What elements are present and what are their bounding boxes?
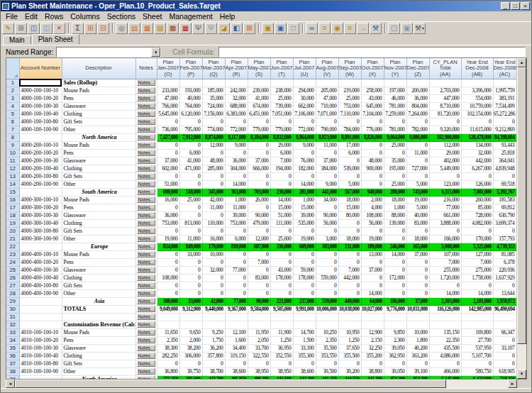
- grid-cell[interactable]: 0: [461, 118, 493, 126]
- description-cell[interactable]: Gift Sets: [62, 360, 135, 367]
- grid-cell[interactable]: 294,000: [293, 87, 316, 94]
- grid-cell[interactable]: 4,086,000: [429, 352, 461, 360]
- grid-cell[interactable]: 1,995,759: [493, 87, 516, 94]
- grid-cell[interactable]: 0: [316, 204, 338, 211]
- grid-cell[interactable]: 112,000: [429, 141, 461, 149]
- grid-cell[interactable]: 0: [338, 172, 361, 180]
- grid-cell[interactable]: 10,000: [202, 250, 225, 258]
- menu-columns[interactable]: Columns: [67, 12, 103, 21]
- row-number[interactable]: 32: [6, 321, 19, 328]
- grid-cell[interactable]: 37,000: [406, 250, 429, 258]
- grid-cell[interactable]: [493, 79, 516, 87]
- grid-cell[interactable]: 34,000: [316, 196, 338, 204]
- grid-cell[interactable]: 539,000: [338, 165, 361, 172]
- grid-cell[interactable]: 0: [493, 118, 516, 126]
- grid-cell[interactable]: 0: [179, 274, 202, 282]
- grid-cell[interactable]: 1,000: [384, 204, 406, 211]
- grid-cell[interactable]: 134,000: [461, 141, 493, 149]
- grid-cell[interactable]: 0: [361, 282, 384, 289]
- grid-cell[interactable]: 219,000: [338, 87, 361, 94]
- grid-cell[interactable]: 14,000: [361, 289, 384, 297]
- grid-cell[interactable]: 14,700: [293, 328, 316, 336]
- grid-cell[interactable]: 609,000: [293, 243, 316, 250]
- grid-cell[interactable]: 15,000: [293, 204, 316, 211]
- grid-cell[interactable]: 630,790: [493, 211, 516, 219]
- description-cell[interactable]: Pens: [62, 94, 135, 102]
- account-cell[interactable]: 4000-300-100-30: [19, 211, 62, 219]
- grid-cell[interactable]: 384,000: [316, 165, 338, 172]
- notes-button[interactable]: Notes...: [137, 298, 155, 304]
- grid-cell[interactable]: 0: [270, 258, 293, 266]
- grid-cell[interactable]: 42,000: [202, 196, 225, 204]
- grid-cell[interactable]: 8,832,000: [270, 133, 293, 141]
- grid-cell[interactable]: 0: [248, 180, 270, 188]
- grid-cell[interactable]: 0: [338, 250, 361, 258]
- grid-cell[interactable]: 0: [338, 289, 361, 297]
- grid-cell[interactable]: 14,000: [384, 250, 406, 258]
- grid-cell[interactable]: 33,000: [179, 250, 202, 258]
- grid-cell[interactable]: [406, 313, 429, 321]
- lock-button[interactable]: ◉: [331, 23, 343, 34]
- description-cell[interactable]: North America: [62, 133, 135, 141]
- grid-cell[interactable]: 38,950: [248, 367, 270, 375]
- notes-button[interactable]: Notes...: [137, 376, 155, 379]
- description-cell[interactable]: Clothing: [62, 219, 135, 227]
- grid-cell[interactable]: 353,550: [316, 352, 338, 360]
- grid-cell[interactable]: 83,000: [406, 219, 429, 227]
- calc-sheet-button[interactable]: ▨: [154, 23, 166, 34]
- grid-cell[interactable]: 0: [384, 258, 406, 266]
- cell-formula-field[interactable]: [218, 47, 526, 57]
- grid-cell[interactable]: 33,100: [293, 344, 316, 352]
- grid-cell[interactable]: [293, 79, 316, 87]
- grid-cell[interactable]: 0: [202, 274, 225, 282]
- row-number[interactable]: 37: [6, 360, 19, 367]
- notes-button[interactable]: Notes...: [137, 360, 155, 367]
- grid-cell[interactable]: [225, 79, 248, 87]
- grid-cell[interactable]: 281,000: [293, 188, 316, 196]
- grid-cell[interactable]: 518,000: [179, 188, 202, 196]
- notes-button[interactable]: Notes...: [137, 111, 155, 117]
- grid-cell[interactable]: 2,300: [384, 336, 406, 344]
- vertical-scroll-track[interactable]: [517, 344, 526, 370]
- grid-cell[interactable]: 6,000: [270, 149, 293, 157]
- grid-cell[interactable]: 0: [248, 282, 270, 289]
- grid-cell[interactable]: 10,250: [316, 328, 338, 336]
- grid-cell[interactable]: 110,000: [202, 219, 225, 227]
- row-number[interactable]: 21: [6, 235, 19, 243]
- grid-cell[interactable]: 76,000: [293, 157, 316, 165]
- delete-sheet-button[interactable]: ×: [53, 23, 65, 34]
- row-number[interactable]: 4: [6, 102, 19, 110]
- grid-cell[interactable]: 11,000: [202, 204, 225, 211]
- row-number[interactable]: 27: [6, 282, 19, 289]
- grid-cell[interactable]: 51,000: [157, 180, 179, 188]
- grid-cell[interactable]: 182,000: [293, 165, 316, 172]
- audit-button[interactable]: ¤: [318, 23, 331, 34]
- column-header-AA[interactable]: CY_PLANTotal(AA): [429, 58, 461, 79]
- grid-cell[interactable]: 0: [384, 149, 406, 157]
- grid-cell[interactable]: 246,000: [384, 243, 406, 250]
- grid-cell[interactable]: 824,000: [157, 243, 179, 250]
- description-cell[interactable]: Glassware: [62, 157, 135, 165]
- grid-cell[interactable]: 11,650: [157, 328, 179, 336]
- grid-cell[interactable]: 195,000: [384, 165, 406, 172]
- grid-cell[interactable]: 9,584,000: [248, 305, 270, 313]
- grid-cell[interactable]: [429, 313, 461, 321]
- pivot-up-button[interactable]: Ψ: [192, 23, 204, 34]
- grid-cell[interactable]: [316, 79, 338, 87]
- grid-cell[interactable]: 0: [384, 360, 406, 367]
- grid-cell[interactable]: 285,000: [202, 165, 225, 172]
- grid-cell[interactable]: 0: [293, 172, 316, 180]
- grid-cell[interactable]: 355,200: [361, 352, 384, 360]
- grid-cell[interactable]: 39,050: [384, 367, 406, 375]
- paste-sheet-button[interactable]: ▣: [275, 23, 287, 34]
- grid-cell[interactable]: [179, 313, 202, 321]
- grid-cell[interactable]: 43,000: [361, 94, 384, 102]
- grid-cell[interactable]: 35,000: [202, 94, 225, 102]
- export-button[interactable]: →: [357, 23, 369, 34]
- grid-cell[interactable]: 116,126,000: [429, 305, 461, 313]
- grid-cell[interactable]: [461, 79, 493, 87]
- row-number[interactable]: 26: [6, 274, 19, 282]
- grid-cell[interactable]: 0: [384, 282, 406, 289]
- grid-cell[interactable]: 0: [338, 360, 361, 367]
- grid-cell[interactable]: 7,259,000: [384, 110, 406, 118]
